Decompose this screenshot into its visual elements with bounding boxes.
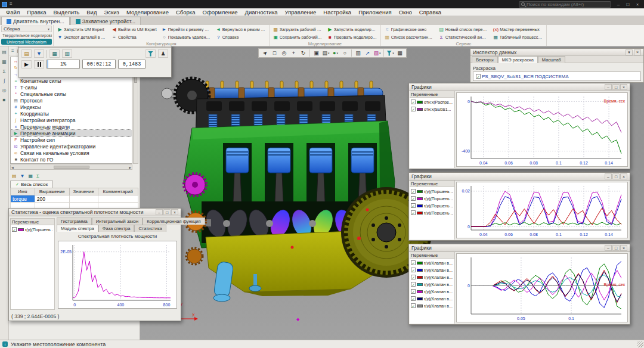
pin-icon[interactable]: ▾: [626, 49, 633, 55]
checkbox-icon[interactable]: ✓: [411, 289, 416, 294]
close-icon[interactable]: ×: [620, 84, 627, 90]
checkbox-icon[interactable]: ✓: [411, 303, 416, 308]
document-tab[interactable]: Захватное устройст...: [70, 17, 141, 25]
checkbox-icon[interactable]: ✓: [411, 296, 416, 301]
command-search[interactable]: [519, 1, 611, 8]
table-icon[interactable]: ▦: [49, 49, 60, 58]
variable-item[interactable]: ✓r(у)(Поршень ...: [11, 226, 54, 233]
ribbon-button[interactable]: ▶Запустить UM Expert: [55, 26, 109, 33]
variable-item[interactable]: ✓r(у)(Поршень ...: [410, 188, 454, 195]
tree-item[interactable]: ∫Настройки интегратора: [11, 117, 132, 123]
menu-item[interactable]: Сборка: [172, 9, 199, 15]
target-icon[interactable]: ◎: [2, 88, 7, 93]
tab-Масштаб[interactable]: Масштаб: [538, 56, 565, 63]
import-list-icon[interactable]: ▼: [20, 173, 25, 179]
ribbon-button[interactable]: ▶Запустить моделирование: [326, 26, 379, 33]
ribbon-button[interactable]: ≈Графическое окно: [383, 26, 436, 33]
menu-item[interactable]: Моделирование: [123, 9, 172, 15]
tab-Корреляционная функция[interactable]: Корреляционная функция: [143, 218, 205, 225]
checkbox-icon[interactable]: ✓: [411, 282, 416, 287]
table-cell[interactable]: [98, 195, 138, 203]
tree-item[interactable]: ∞Связи на начальные условия: [11, 150, 132, 156]
menu-item[interactable]: Настройка: [320, 9, 355, 15]
menu-item[interactable]: Эскиз: [100, 9, 122, 15]
ribbon-button[interactable]: (x)Мастер переменных: [491, 26, 544, 33]
ribbon-button[interactable]: ◄Вернуться в режим сборки: [214, 26, 267, 33]
paint-icon[interactable]: ▨▾: [373, 49, 382, 57]
menu-item[interactable]: Окно: [395, 9, 416, 15]
vectors-icon[interactable]: ↗: [363, 49, 372, 57]
variable-item[interactable]: ✓r(у)(Клапан в...: [410, 266, 454, 274]
pause-button[interactable]: [34, 60, 44, 69]
shaded-mode-icon[interactable]: ●▾: [331, 49, 340, 57]
close-icon[interactable]: ×: [620, 245, 627, 251]
ribbon-button[interactable]: ▣Сохранить рабочий стол: [271, 33, 324, 41]
variable-item[interactable]: ✓r(у)(Клапан в...: [410, 302, 454, 309]
ribbon-button[interactable]: ○Показывать удалённые: [160, 33, 213, 41]
close-icon[interactable]: ×: [171, 209, 178, 215]
tree-item[interactable]: ■Контакт по ГО: [11, 156, 132, 163]
plot-area[interactable]: 0.040.060.080.10.120.140.020: [456, 182, 628, 238]
tab-Статистика[interactable]: Статистика: [134, 225, 166, 232]
assembly-dropdown[interactable]: Сборка ▾: [1, 26, 52, 32]
close-icon[interactable]: ×: [620, 173, 627, 179]
table-cell[interactable]: 200: [35, 195, 69, 203]
ribbon-button[interactable]: ▦Табличный процессор: [491, 33, 544, 41]
checkbox-icon[interactable]: ✓: [411, 268, 416, 272]
plot-canvas[interactable]: 0.050.10: [457, 254, 627, 322]
close-button[interactable]: ×: [633, 1, 642, 8]
box-select-icon[interactable]: □: [270, 49, 279, 57]
tree-item[interactable]: TТ-силы: [11, 84, 132, 91]
engine-3d-model[interactable]: [149, 60, 453, 334]
menu-item[interactable]: Вид: [83, 9, 100, 15]
sum-icon[interactable]: Σ: [36, 173, 39, 179]
variable-item[interactable]: ✓r(у)(Клапан в...: [410, 274, 454, 281]
minimize-icon[interactable]: –: [605, 245, 612, 251]
open-list-icon[interactable]: ▤: [12, 173, 17, 179]
variable-item[interactable]: ✓отн:x(Распре...: [410, 98, 454, 105]
pan-icon[interactable]: +: [289, 49, 298, 57]
integrator-icon[interactable]: ∫: [4, 78, 5, 83]
universal-mechanism-badge[interactable]: Universal Mechanism: [1, 39, 52, 45]
checkbox-icon[interactable]: ✓: [411, 203, 416, 208]
checkbox-icon[interactable]: ✓: [411, 275, 416, 279]
ribbon-button[interactable]: ▤Новый список переменных: [437, 26, 490, 33]
tree-item[interactable]: FНастройки сил: [11, 136, 132, 143]
tab-Гистограмма[interactable]: Гистограмма: [57, 218, 92, 225]
zoom-icon[interactable]: ◎: [280, 49, 289, 57]
sum-panel-icon[interactable]: Σ: [3, 69, 6, 74]
inspector-titlebar[interactable]: Инспектор данных ▾ ×: [470, 49, 643, 56]
tree-item[interactable]: xПеременные модели: [11, 123, 132, 130]
open-icon[interactable]: ▤: [21, 49, 32, 58]
play-button[interactable]: ▶: [21, 60, 32, 69]
plot-area[interactable]: 0.040.060.080.10.120.140-400Время, сек: [456, 92, 628, 167]
tree-item[interactable]: +Координаты: [11, 110, 132, 117]
plot-canvas[interactable]: 0.040.060.080.10.120.140.020: [457, 182, 627, 238]
checkbox-icon[interactable]: ✓: [476, 74, 481, 79]
maximize-icon[interactable]: □: [612, 173, 620, 179]
variable-item[interactable]: ✓r(у)(Клапан в...: [410, 259, 454, 266]
grid-icon[interactable]: ▦: [395, 49, 404, 57]
tree-item[interactable]: #Индексы: [11, 104, 132, 110]
block-icon[interactable]: ■: [3, 97, 6, 102]
app-icon[interactable]: [2, 2, 7, 7]
variable-item[interactable]: ✓r(у)(Поршень ...: [410, 195, 454, 202]
ribbon-button[interactable]: ?Справка: [214, 33, 267, 41]
table-icon[interactable]: ▦: [28, 173, 33, 179]
window-titlebar[interactable]: Графики –□×: [409, 173, 630, 181]
window-titlebar[interactable]: Статистика - оценка спектральной плотнос…: [9, 209, 181, 216]
tab-all-list[interactable]: ✓ Весь список: [10, 181, 53, 188]
section-icon[interactable]: ▥: [354, 49, 363, 57]
checkbox-icon[interactable]: ✓: [411, 260, 416, 265]
variable-item[interactable]: ✓PS_SEQV_SubS1_ВСЯ ПОДСИСТЕМА: [475, 73, 639, 80]
menu-item[interactable]: Файл: [2, 9, 23, 15]
ribbon-button[interactable]: ■Прервать моделирование: [326, 33, 379, 41]
tab-Фаза спектра[interactable]: Фаза спектра: [98, 225, 135, 232]
tree-item[interactable]: *Специальные силы: [11, 91, 132, 97]
menu-item[interactable]: Диагностика: [241, 9, 281, 15]
tree-item[interactable]: ▶Переменные анимации: [11, 130, 132, 136]
tree-item[interactable]: idУправление идентификаторами: [11, 143, 132, 150]
plot-area[interactable]: 0.050.10Время, сек: [456, 253, 628, 322]
plot-canvas[interactable]: 0.040.060.080.10.120.140-400: [457, 93, 627, 166]
menu-item[interactable]: Справка: [416, 9, 445, 15]
